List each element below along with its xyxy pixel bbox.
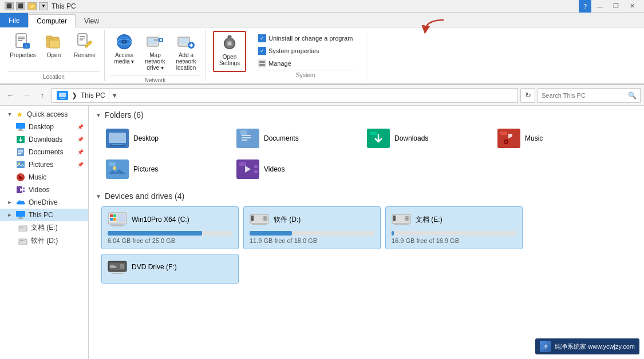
drives-grid: Win10Pro X64 (C:) 6.04 GB free of 25.0 G… [96, 206, 637, 284]
svg-rect-80 [239, 162, 246, 166]
tab-file[interactable]: File [0, 13, 28, 27]
svg-rect-8 [49, 40, 60, 48]
add-network-location-button[interactable]: Add a networklocation [171, 30, 201, 74]
access-media-button[interactable]: Accessmedia ▾ [109, 30, 139, 70]
drive-e-info: 16.9 GB free of 16.9 GB [392, 237, 516, 244]
folder-desktop[interactable]: Desktop [101, 125, 227, 151]
svg-rect-40 [18, 130, 23, 131]
drive-f[interactable]: DVD DVD Drive (F:) [101, 254, 239, 284]
help-button[interactable]: ? [579, 0, 591, 13]
svg-rect-101 [394, 224, 409, 225]
sidebar-section-onedrive: ► OneDrive [0, 196, 88, 209]
folder-documents[interactable]: Documents [232, 125, 358, 151]
search-input[interactable] [542, 92, 626, 99]
drives-chevron: ▼ [96, 193, 101, 200]
svg-rect-67 [242, 135, 251, 136]
drive-e-icon [392, 212, 411, 228]
manage-button[interactable]: Manage [255, 58, 355, 69]
sidebar-item-pictures[interactable]: Pictures 📌 [0, 158, 88, 171]
window-title: This PC [52, 2, 76, 10]
back-button[interactable]: ← [3, 89, 17, 102]
documents-label: Documents [29, 148, 64, 156]
folders-section-header[interactable]: ▼ Folders (6) [96, 110, 637, 119]
svg-point-49 [19, 175, 22, 179]
search-icon: 🔍 [628, 91, 637, 99]
ribbon-group-network: Accessmedia ▾ Map networkdrive ▾ [105, 30, 206, 81]
open-icon [45, 33, 63, 51]
map-network-drive-button[interactable]: Map networkdrive ▾ [140, 30, 170, 74]
sidebar-item-wendang-e[interactable]: 文档 (E:) [0, 221, 88, 234]
sidebar-item-documents[interactable]: Documents 📌 [0, 146, 88, 158]
documents-folder-icon [236, 129, 259, 148]
folder-pictures[interactable]: Pictures [101, 156, 227, 182]
quick-access-icon: ⬛ [5, 2, 14, 10]
pictures-pin: 📌 [77, 162, 84, 167]
forward-button[interactable]: → [19, 89, 33, 102]
desktop-icon [16, 122, 25, 131]
svg-rect-39 [19, 129, 22, 130]
svg-rect-86 [117, 214, 125, 222]
minimize-button[interactable]: — [592, 0, 607, 13]
add-network-label: Add a networklocation [173, 52, 199, 71]
ribbon-tabs: File Computer View [0, 13, 644, 27]
svg-rect-10 [80, 36, 85, 37]
svg-rect-60 [20, 240, 23, 241]
system-properties-button[interactable]: ✓ System properties [255, 45, 355, 57]
sidebar: ▼ ★ Quick access Desktop 📌 Downloads 📌 [0, 106, 89, 359]
window-controls[interactable]: ? — ❐ ✕ [579, 0, 639, 13]
drive-d-bar-fill [250, 231, 292, 236]
drive-c[interactable]: Win10Pro X64 (C:) 6.04 GB free of 25.0 G… [101, 206, 239, 249]
up-button[interactable]: ↑ [35, 89, 49, 102]
this-pc-label: This PC [29, 211, 53, 219]
folder-videos[interactable]: Videos [232, 156, 358, 182]
title-bar: ⬛ ⬛ 📁 ▼ This PC ? — ❐ ✕ [0, 0, 644, 13]
restore-button[interactable]: ❐ [609, 0, 623, 13]
open-button[interactable]: Open [39, 30, 69, 70]
svg-rect-108 [111, 273, 124, 274]
close-button[interactable]: ✕ [625, 0, 639, 13]
sidebar-item-quick-access[interactable]: ▼ ★ Quick access [0, 108, 88, 121]
svg-rect-36 [59, 93, 66, 97]
sidebar-item-ruanjian-d[interactable]: 软件 (D:) [0, 234, 88, 248]
sidebar-item-desktop[interactable]: Desktop 📌 [0, 121, 88, 133]
this-pc-expand[interactable]: ► [7, 210, 13, 220]
tab-view[interactable]: View [76, 14, 108, 27]
properties-button[interactable]: i Properties [8, 30, 38, 70]
address-dropdown[interactable]: ▼ [109, 88, 120, 103]
back-forward-icon: ⬛ [16, 2, 25, 10]
ruanjian-d-icon [18, 237, 27, 246]
quick-access-expand[interactable]: ▼ [7, 110, 13, 119]
drive-d-info: 11.9 GB free of 18.0 GB [250, 237, 374, 244]
music-label: Music [29, 173, 46, 181]
svg-rect-35 [259, 64, 265, 66]
drive-c-bar-bg [108, 231, 232, 236]
svg-point-95 [264, 218, 266, 220]
music-icon [16, 173, 25, 182]
open-settings-button[interactable]: OpenSettings [213, 31, 246, 72]
refresh-button[interactable]: ↻ [520, 88, 535, 103]
sidebar-item-videos[interactable]: Videos [0, 184, 88, 196]
onedrive-label: OneDrive [29, 198, 58, 206]
folder-music[interactable]: Music [493, 125, 619, 151]
tab-computer[interactable]: Computer [28, 14, 76, 27]
access-media-label: Accessmedia ▾ [114, 52, 134, 65]
drive-c-icon [108, 212, 127, 228]
svg-rect-71 [370, 131, 377, 135]
drive-e[interactable]: 文档 (E:) 16.9 GB free of 16.9 GB [385, 206, 523, 249]
drives-section-header[interactable]: ▼ Devices and drives (4) [96, 192, 637, 201]
svg-rect-38 [16, 123, 25, 129]
sidebar-item-music[interactable]: Music [0, 171, 88, 184]
rename-button[interactable]: Rename [70, 30, 100, 70]
drive-c-info: 6.04 GB free of 25.0 GB [108, 237, 232, 244]
drive-d[interactable]: 软件 (D:) 11.9 GB free of 18.0 GB [243, 206, 381, 249]
folder-downloads[interactable]: Downloads [362, 125, 488, 151]
svg-rect-59 [19, 239, 27, 245]
sidebar-item-this-pc[interactable]: ► This PC [0, 209, 88, 221]
onedrive-expand[interactable]: ► [7, 198, 13, 207]
sidebar-item-onedrive[interactable]: ► OneDrive [0, 196, 88, 209]
sidebar-item-downloads[interactable]: Downloads 📌 [0, 133, 88, 146]
address-box[interactable]: ❯ This PC ▼ [52, 88, 518, 103]
uninstall-button[interactable]: ✓ Uninstall or change a program [255, 33, 355, 44]
search-box[interactable]: 🔍 [538, 88, 641, 103]
drive-d-name: 软件 (D:) [274, 215, 301, 225]
